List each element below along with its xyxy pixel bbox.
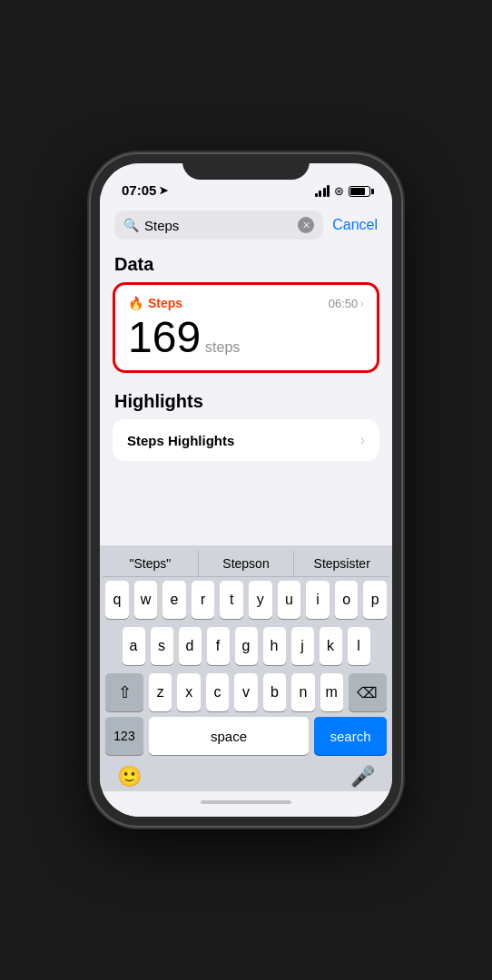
key-a[interactable]: a (123, 627, 145, 665)
key-m[interactable]: m (320, 673, 343, 711)
location-icon: ➤ (159, 184, 168, 197)
key-n[interactable]: n (291, 673, 314, 711)
key-x[interactable]: x (177, 673, 200, 711)
search-input-wrap[interactable]: 🔍 Steps ✕ (114, 211, 323, 240)
key-k[interactable]: k (320, 627, 342, 665)
microphone-icon[interactable]: 🎤 (350, 765, 375, 789)
row2-spacer-left (105, 627, 117, 665)
data-card-time: 06:50 › (329, 296, 364, 310)
numeric-key[interactable]: 123 (105, 717, 143, 755)
key-i[interactable]: i (306, 581, 330, 619)
battery-icon (349, 186, 370, 197)
highlights-card[interactable]: Steps Highlights › (113, 419, 379, 461)
data-card-title: 🔥 Steps (128, 296, 182, 310)
key-s[interactable]: s (151, 627, 173, 665)
battery-fill (350, 188, 365, 195)
key-l[interactable]: l (348, 627, 370, 665)
wifi-icon: ⊛ (334, 184, 344, 198)
key-v[interactable]: v (234, 673, 257, 711)
keyboard-area: "Steps" Stepson Stepsister q w e r t y u (100, 545, 392, 791)
data-card-value: 169 steps (128, 316, 364, 359)
search-bar-row: 🔍 Steps ✕ Cancel (100, 203, 392, 247)
cancel-button[interactable]: Cancel (332, 217, 378, 233)
phone-screen: 07:05 ➤ ⊛ 🔍 Step (100, 163, 392, 817)
highlights-row[interactable]: Steps Highlights › (113, 419, 379, 461)
key-r[interactable]: r (192, 581, 215, 619)
key-w[interactable]: w (134, 581, 158, 619)
key-row-2: a s d f g h j k l (105, 627, 387, 665)
space-key[interactable]: space (149, 717, 309, 755)
steps-count: 169 (128, 316, 201, 359)
key-rows: q w e r t y u i o p a (103, 581, 389, 717)
steps-data-card[interactable]: 🔥 Steps 06:50 › 169 steps (113, 282, 379, 373)
home-bar (201, 800, 291, 804)
key-g[interactable]: g (235, 627, 258, 665)
key-d[interactable]: d (179, 627, 202, 665)
key-h[interactable]: h (263, 627, 286, 665)
key-c[interactable]: c (206, 673, 229, 711)
screen-content: 🔍 Steps ✕ Cancel Data 🔥 Steps 06:50 › (100, 203, 392, 817)
row2-spacer-right (376, 627, 388, 665)
key-row-3: ⇧ z x c v b n m ⌫ (105, 673, 387, 711)
data-card-header: 🔥 Steps 06:50 › (128, 296, 364, 310)
signal-icon (315, 185, 330, 197)
key-e[interactable]: e (162, 581, 186, 619)
search-key[interactable]: search (314, 717, 387, 755)
key-row-1: q w e r t y u i o p (105, 581, 387, 619)
steps-unit: steps (205, 339, 240, 356)
phone-frame: 07:05 ➤ ⊛ 🔍 Step (91, 154, 401, 826)
empty-space (100, 472, 392, 545)
chevron-right-icon: › (359, 296, 364, 310)
emoji-mic-row: 🙂 🎤 (103, 762, 389, 791)
key-p[interactable]: p (363, 581, 387, 619)
key-b[interactable]: b (263, 673, 286, 711)
key-u[interactable]: u (278, 581, 301, 619)
emoji-icon[interactable]: 🙂 (117, 765, 142, 789)
key-t[interactable]: t (220, 581, 243, 619)
delete-key[interactable]: ⌫ (349, 673, 387, 711)
shift-key[interactable]: ⇧ (105, 673, 143, 711)
key-f[interactable]: f (207, 627, 230, 665)
status-icons: ⊛ (315, 184, 371, 198)
flame-icon: 🔥 (128, 296, 143, 310)
suggestion-stepsister[interactable]: Stepsister (294, 551, 389, 576)
notch (182, 154, 310, 180)
search-icon: 🔍 (123, 218, 139, 232)
key-o[interactable]: o (335, 581, 359, 619)
highlights-item-text: Steps Highlights (127, 433, 234, 448)
home-indicator (100, 791, 392, 817)
card-title-text: Steps (148, 296, 182, 310)
key-j[interactable]: j (291, 627, 314, 665)
key-z[interactable]: z (149, 673, 172, 711)
suggestion-stepson[interactable]: Stepson (199, 551, 295, 576)
suggestion-steps[interactable]: "Steps" (103, 551, 199, 576)
bottom-key-row: 123 space search (103, 717, 389, 762)
clear-search-button[interactable]: ✕ (298, 217, 314, 233)
data-section-label: Data (100, 247, 392, 280)
time-display: 07:05 (122, 182, 156, 198)
search-input[interactable]: Steps (144, 218, 292, 233)
key-q[interactable]: q (105, 581, 129, 619)
suggestions-row: "Steps" Stepson Stepsister (103, 551, 389, 577)
card-time-text: 06:50 (329, 297, 359, 310)
key-y[interactable]: y (249, 581, 272, 619)
highlights-section-label: Highlights (100, 384, 392, 417)
highlights-chevron-icon: › (360, 432, 365, 448)
status-time: 07:05 ➤ (122, 182, 168, 198)
